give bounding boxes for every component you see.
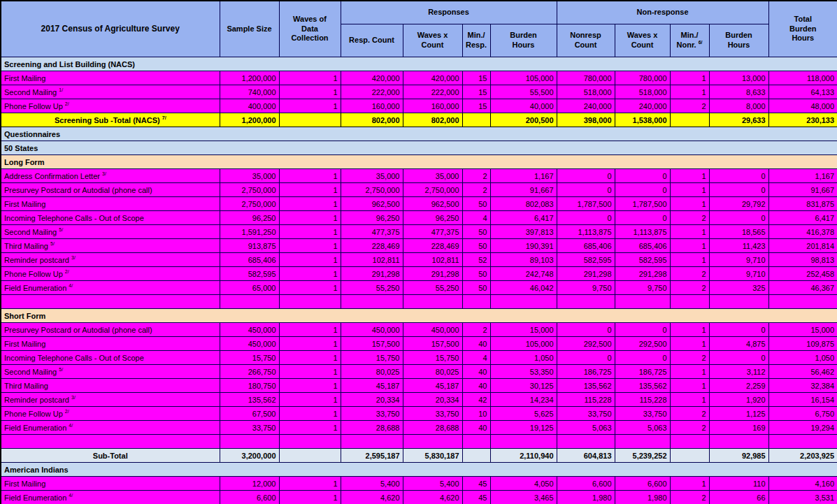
value-cell: 50 [462,197,490,211]
value-cell: 4 [462,351,490,365]
value-cell: 109,875 [768,337,837,351]
row-label: Incoming Telephone Calls - Out of Scope [1,351,220,365]
value-cell: 186,725 [615,365,670,379]
value-cell: 1 [279,393,341,407]
value-cell: 2,750,000 [341,183,403,197]
value-cell: 913,875 [220,239,279,253]
value-cell: 96,250 [403,211,462,225]
footnote-marker: 2/ [65,101,69,106]
table-row: Second Mailing 5/1,591,2501477,375477,37… [1,225,837,239]
value-cell: 33,750 [615,407,670,421]
value-cell: 1,050 [490,351,557,365]
value-cell: 50 [462,267,490,281]
value-cell: 1 [670,71,709,85]
table-row: Field Enumeration 4/65,000155,25055,2505… [1,281,837,295]
col-header-min-resp: Min./ Resp. [462,24,490,57]
empty-cell [341,435,403,449]
value-cell: 102,811 [341,253,403,267]
value-cell: 2,203,925 [768,449,837,463]
value-cell: 0 [709,169,768,183]
value-cell: 5,830,187 [403,449,462,463]
value-cell: 53,350 [490,365,557,379]
value-cell: 19,294 [768,421,837,435]
value-cell: 12,000 [220,477,279,491]
section-row: 50 States [1,141,837,155]
value-cell: 96,250 [341,211,403,225]
value-cell: 13,000 [709,71,768,85]
value-cell: 135,562 [615,379,670,393]
row-label: Third Mailing [1,379,220,393]
value-cell: 1 [670,85,709,99]
value-cell: 291,298 [403,267,462,281]
value-cell: 6,750 [768,407,837,421]
value-cell: 6,417 [490,211,557,225]
empty-cell [462,435,490,449]
value-cell: 5,063 [615,421,670,435]
footnote-marker: 6/ [699,40,703,45]
value-cell: 1,050 [768,351,837,365]
value-cell: 0 [615,211,670,225]
value-cell: 1 [670,183,709,197]
value-cell: 780,000 [615,71,670,85]
value-cell: 40,000 [490,99,557,113]
value-cell: 15 [462,99,490,113]
section-title: Questionnaires [1,127,837,141]
value-cell: 45 [462,491,490,504]
empty-cell [768,295,837,309]
value-cell: 80,025 [403,365,462,379]
empty-cell [279,295,341,309]
value-cell: 160,000 [341,99,403,113]
empty-cell [615,435,670,449]
value-cell: 962,500 [341,197,403,211]
value-cell: 48,000 [768,99,837,113]
value-cell: 222,000 [341,85,403,99]
footnote-marker: 4/ [69,283,73,288]
table-row: Third Mailing 5/913,8751228,469228,46950… [1,239,837,253]
empty-cell [220,435,279,449]
row-label: Phone Follow Up 2/ [1,407,220,421]
value-cell: 1 [279,281,341,295]
value-cell: 2 [670,491,709,504]
value-cell: 1 [670,253,709,267]
value-cell: 582,595 [220,267,279,281]
section-row: American Indians [1,463,837,477]
table-row: Phone Follow Up 2/67,500133,75033,750105… [1,407,837,421]
footnote-marker: 1/ [59,87,63,92]
value-cell: 0 [557,323,615,337]
footnote-marker: 7/ [162,115,166,120]
value-cell: 201,814 [768,239,837,253]
row-label: Reminder postcard 3/ [1,253,220,267]
col-header-resp-count: Resp. Count [341,24,403,57]
value-cell [670,113,709,127]
value-cell: 1,200,000 [220,113,279,127]
row-label: Phone Follow Up 2/ [1,99,220,113]
value-cell: 962,500 [403,197,462,211]
table-row: Field Enumeration 4/6,60014,6204,620453,… [1,491,837,504]
value-cell: 91,667 [768,183,837,197]
col-header-min-nonr: Min./ Nonr. 6/ [670,24,709,57]
value-cell: 1 [279,211,341,225]
table-row: Address Confirmation Letter 3/35,000135,… [1,169,837,183]
col-header-sample-size: Sample Size [220,1,279,57]
value-cell: 50 [462,281,490,295]
value-cell: 1,113,875 [557,225,615,239]
value-cell: 9,750 [615,281,670,295]
value-cell: 1,980 [557,491,615,504]
table-row: Sub-Total3,200,0002,595,1875,830,1872,11… [1,449,837,463]
value-cell: 98,813 [768,253,837,267]
value-cell: 2 [670,267,709,281]
table-row: First Mailing12,00015,4005,400454,0506,6… [1,477,837,491]
value-cell: 0 [557,351,615,365]
empty-cell [670,295,709,309]
value-cell: 118,000 [768,71,837,85]
value-cell: 1 [279,351,341,365]
value-cell: 96,250 [220,211,279,225]
value-cell: 740,000 [220,85,279,99]
value-cell: 115,228 [557,393,615,407]
value-cell: 52 [462,253,490,267]
value-cell: 0 [557,169,615,183]
value-cell: 6,600 [615,477,670,491]
value-cell: 33,750 [557,407,615,421]
value-cell: 135,562 [557,379,615,393]
section-title: Short Form [1,309,837,323]
